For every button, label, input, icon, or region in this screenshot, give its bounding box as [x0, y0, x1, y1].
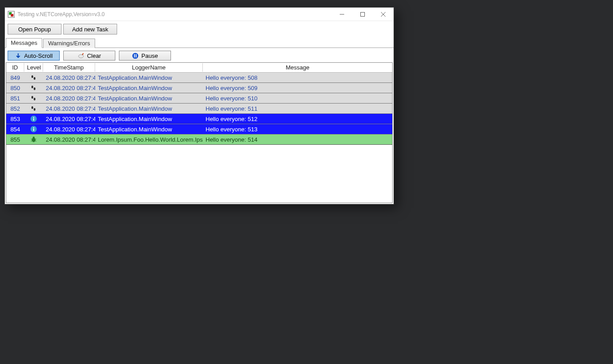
svg-point-15 — [31, 86, 33, 88]
pause-button[interactable]: Pause — [119, 51, 171, 61]
pause-icon — [132, 52, 139, 59]
cell-message: Hello everyone: 510 — [203, 95, 392, 102]
titlebar[interactable]: Testing v.NETCoreApp,Version=v3.0 — [5, 8, 394, 21]
clear-icon — [78, 52, 84, 59]
cell-timestamp: 24.08.2020 08:27:45 — [43, 116, 95, 122]
cell-id: 852 — [6, 105, 24, 112]
footprints-icon — [30, 95, 37, 102]
clear-label: Clear — [87, 52, 101, 59]
cell-id: 851 — [6, 95, 24, 102]
grid-body: 84924.08.2020 08:27:44TestApplication.Ma… — [6, 73, 392, 145]
cell-timestamp: 24.08.2020 08:27:44 — [43, 74, 95, 81]
cell-id: 850 — [6, 85, 24, 91]
pause-label: Pause — [141, 52, 158, 59]
svg-point-17 — [31, 96, 33, 99]
close-button[interactable] — [373, 8, 394, 21]
cell-level — [24, 136, 43, 143]
cell-timestamp: 24.08.2020 08:27:45 — [43, 126, 95, 133]
svg-point-13 — [31, 75, 33, 78]
cell-logger: TestApplication.MainWindow — [95, 126, 203, 133]
svg-rect-11 — [134, 54, 135, 57]
maximize-button[interactable] — [352, 8, 373, 21]
grid-container: ID Level TimeStamp LoggerName Message 84… — [5, 62, 394, 204]
cell-message: Hello everyone: 509 — [203, 85, 392, 91]
cell-logger: TestApplication.MainWindow — [95, 95, 203, 102]
grid-toolbar: Auto-Scroll Clear Pause — [5, 48, 394, 62]
cell-timestamp: 24.08.2020 08:27:45 — [43, 136, 95, 143]
cell-level — [24, 115, 43, 122]
svg-point-8 — [79, 54, 83, 58]
arrow-down-icon — [15, 52, 22, 59]
tab-messages[interactable]: Messages — [6, 38, 42, 48]
svg-point-14 — [34, 77, 35, 80]
cell-level — [24, 84, 43, 91]
table-row[interactable]: 85324.08.2020 08:27:45TestApplication.Ma… — [6, 114, 392, 124]
cell-message: Hello everyone: 511 — [203, 105, 392, 112]
footprints-icon — [30, 105, 37, 112]
col-header-message[interactable]: Message — [203, 63, 392, 72]
tab-warnings-errors[interactable]: Warnings/Errors — [43, 39, 95, 48]
svg-point-9 — [83, 53, 83, 54]
col-header-id[interactable]: ID — [6, 63, 24, 72]
cell-logger: Lorem.Ipsum.Foo.Hello.World.Lorem.Ipsum — [95, 136, 203, 143]
col-header-logger[interactable]: LoggerName — [95, 63, 203, 72]
table-row[interactable]: 85124.08.2020 08:27:44TestApplication.Ma… — [6, 93, 392, 104]
svg-rect-26 — [33, 127, 34, 128]
cell-logger: TestApplication.MainWindow — [95, 74, 203, 81]
table-row[interactable]: 85024.08.2020 08:27:44TestApplication.Ma… — [6, 83, 392, 93]
svg-rect-22 — [33, 118, 34, 121]
cell-logger: TestApplication.MainWindow — [95, 85, 203, 91]
cell-logger: TestApplication.MainWindow — [95, 105, 203, 112]
svg-rect-4 — [361, 12, 365, 16]
cell-level — [24, 105, 43, 112]
grid-header[interactable]: ID Level TimeStamp LoggerName Message — [6, 63, 392, 73]
table-row[interactable]: 85524.08.2020 08:27:45Lorem.Ipsum.Foo.He… — [6, 134, 392, 145]
cell-timestamp: 24.08.2020 08:27:44 — [43, 85, 95, 91]
svg-point-19 — [31, 106, 33, 109]
info-icon — [30, 115, 37, 122]
svg-line-32 — [35, 141, 36, 141]
app-window: Testing v.NETCoreApp,Version=v3.0 Open P… — [4, 7, 394, 204]
table-row[interactable]: 85224.08.2020 08:27:44TestApplication.Ma… — [6, 104, 392, 114]
table-row[interactable]: 84924.08.2020 08:27:44TestApplication.Ma… — [6, 73, 392, 83]
svg-point-10 — [132, 52, 138, 58]
add-task-button[interactable]: Add new Task — [63, 24, 117, 35]
svg-rect-12 — [136, 54, 137, 57]
window-controls — [332, 8, 394, 21]
svg-point-18 — [34, 98, 35, 100]
svg-line-31 — [31, 141, 32, 141]
autoscroll-button[interactable]: Auto-Scroll — [8, 51, 60, 61]
cell-id: 849 — [6, 74, 24, 81]
close-icon — [381, 12, 385, 17]
cell-timestamp: 24.08.2020 08:27:44 — [43, 95, 95, 102]
cell-id: 853 — [6, 116, 24, 122]
cell-id: 854 — [6, 126, 24, 133]
minimize-button[interactable] — [332, 8, 352, 21]
cell-message: Hello everyone: 508 — [203, 74, 392, 81]
svg-rect-25 — [33, 129, 34, 131]
info-icon — [30, 126, 37, 133]
cell-level — [24, 95, 43, 102]
tab-bar: Messages Warnings/Errors — [5, 37, 394, 48]
bug-icon — [30, 136, 37, 143]
footprints-icon — [30, 74, 37, 81]
svg-point-20 — [34, 108, 35, 111]
cell-logger: TestApplication.MainWindow — [95, 116, 203, 122]
cell-level — [24, 74, 43, 81]
svg-point-28 — [33, 137, 35, 139]
col-header-timestamp[interactable]: TimeStamp — [43, 63, 95, 72]
col-header-level[interactable]: Level — [24, 63, 43, 72]
cell-level — [24, 126, 43, 133]
cell-message: Hello everyone: 514 — [203, 136, 392, 143]
cell-message: Hello everyone: 512 — [203, 116, 392, 122]
cell-message: Hello everyone: 513 — [203, 126, 392, 133]
clear-button[interactable]: Clear — [63, 51, 115, 61]
cell-id: 855 — [6, 136, 24, 143]
window-title: Testing v.NETCoreApp,Version=v3.0 — [18, 11, 105, 17]
table-row[interactable]: 85424.08.2020 08:27:45TestApplication.Ma… — [6, 124, 392, 134]
app-icon — [8, 11, 15, 18]
log-grid[interactable]: ID Level TimeStamp LoggerName Message 84… — [6, 62, 393, 203]
open-popup-button[interactable]: Open Popup — [8, 24, 61, 35]
maximize-icon — [360, 12, 365, 17]
svg-point-16 — [34, 87, 35, 90]
